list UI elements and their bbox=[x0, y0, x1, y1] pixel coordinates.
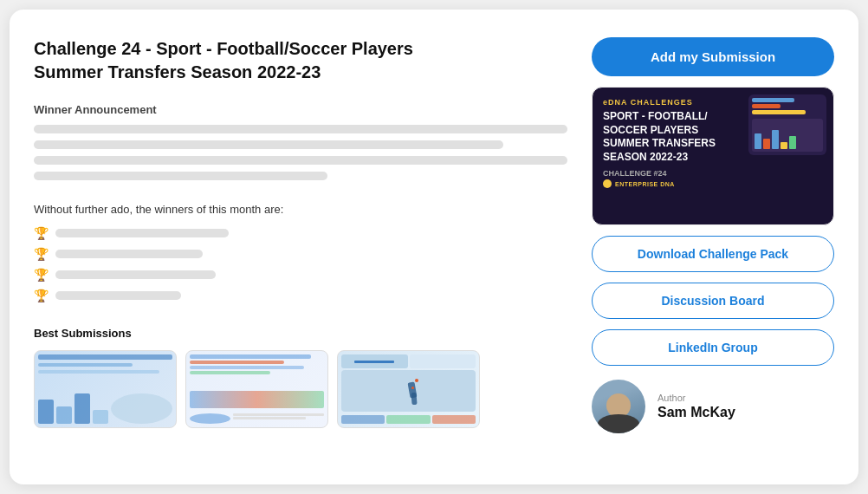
visual-row bbox=[752, 98, 823, 102]
winner-row: 🏆 bbox=[34, 226, 567, 240]
challenge-card: eDNA CHALLENGES SPORT - FOOTBALL/ SOCCER… bbox=[592, 87, 834, 225]
thumb-inner bbox=[35, 351, 176, 427]
best-submissions-title: Best Submissions bbox=[34, 327, 567, 340]
thumb-content bbox=[186, 351, 327, 427]
winner-row: 🏆 bbox=[34, 268, 567, 282]
thumb-bar-el bbox=[38, 400, 54, 424]
thumb-bar-el bbox=[74, 393, 90, 424]
author-info: Author Sam McKay bbox=[657, 393, 735, 420]
thumb-mini bbox=[190, 413, 230, 424]
download-challenge-pack-button[interactable]: Download Challenge Pack bbox=[592, 236, 834, 272]
trophy-icon: 🏆 bbox=[34, 289, 49, 302]
visual-chart bbox=[752, 119, 823, 152]
linkedin-group-button[interactable]: LinkedIn Group bbox=[592, 329, 834, 366]
challenge-card-title: SPORT - FOOTBALL/ SOCCER PLAYERS SUMMER … bbox=[603, 110, 730, 164]
winner-bar bbox=[55, 250, 203, 258]
challenge-card-visual bbox=[748, 94, 826, 155]
thumb-gradient-bar bbox=[190, 391, 324, 408]
right-panel: Add my Submission eDNA CHALLENGES SPORT … bbox=[592, 37, 834, 457]
main-card: Challenge 24 - Sport - Football/Soccer P… bbox=[10, 10, 858, 484]
skeleton-line bbox=[34, 140, 503, 149]
avatar bbox=[592, 380, 645, 433]
visual-bar bbox=[752, 98, 794, 102]
map-dot bbox=[415, 379, 418, 382]
thumb-inner bbox=[338, 351, 479, 427]
visual-bar bbox=[752, 104, 781, 108]
thumb-mini-bars bbox=[233, 413, 325, 424]
thumb-stat bbox=[410, 354, 476, 368]
visual-chart-bar bbox=[772, 130, 779, 149]
add-submission-button[interactable]: Add my Submission bbox=[592, 37, 834, 76]
avatar-face bbox=[592, 380, 645, 433]
best-submissions-section: Best Submissions bbox=[34, 327, 567, 428]
thumb-inner bbox=[186, 351, 327, 427]
trophy-icon: 🏆 bbox=[34, 247, 49, 261]
thumb-circle bbox=[111, 393, 172, 424]
thumb-row bbox=[190, 361, 284, 364]
skeleton-lines-group bbox=[34, 125, 567, 187]
winner-row: 🏆 bbox=[34, 289, 567, 302]
winner-bar bbox=[55, 291, 181, 300]
thumb-content bbox=[35, 351, 176, 374]
thumb-bottom-bar bbox=[432, 415, 476, 424]
thumb-chart-area bbox=[190, 376, 324, 408]
skeleton-line bbox=[34, 172, 327, 180]
challenge-card-brand: ENTERPRISE DNA bbox=[603, 179, 823, 188]
thumb-bar bbox=[38, 354, 172, 360]
thumb-bottom-row bbox=[190, 413, 324, 424]
winner-bar bbox=[55, 229, 229, 237]
author-label: Author bbox=[657, 393, 735, 403]
thumb-row bbox=[190, 354, 311, 359]
visual-chart-bar bbox=[763, 139, 770, 149]
skeleton-line bbox=[34, 156, 567, 165]
thumb-bottom-bar bbox=[341, 415, 385, 424]
thumb-row bbox=[190, 366, 304, 369]
visual-chart-bar bbox=[781, 142, 787, 149]
thumb-map bbox=[341, 370, 476, 412]
submission-thumb-2 bbox=[185, 350, 328, 428]
visual-row bbox=[752, 110, 823, 114]
thumb-row bbox=[190, 371, 270, 374]
thumb-mini-bar bbox=[233, 417, 306, 419]
map-dot bbox=[411, 387, 414, 389]
thumb-bar-el bbox=[56, 406, 72, 424]
thumb-mini-bar bbox=[233, 413, 325, 416]
left-panel: Challenge 24 - Sport - Football/Soccer P… bbox=[34, 37, 567, 457]
thumb-bar-el bbox=[93, 410, 108, 424]
discussion-board-button[interactable]: Discussion Board bbox=[592, 283, 834, 319]
map-shape bbox=[411, 393, 417, 405]
avatar-body bbox=[598, 414, 639, 433]
skeleton-line bbox=[34, 125, 567, 133]
visual-chart-bar bbox=[755, 133, 761, 149]
winner-bar bbox=[55, 270, 216, 279]
thumb-bottom bbox=[341, 415, 476, 424]
winners-section: Without further ado, the winners of this… bbox=[34, 203, 567, 309]
thumb-content bbox=[338, 351, 479, 427]
thumb-bar bbox=[38, 363, 133, 367]
winner-announcement-label: Winner Announcement bbox=[34, 103, 567, 116]
submission-thumb-1 bbox=[34, 350, 177, 428]
author-name: Sam McKay bbox=[657, 405, 735, 420]
thumb-stat bbox=[341, 354, 408, 368]
thumb-stat-bar bbox=[354, 361, 394, 363]
trophy-icon: 🏆 bbox=[34, 226, 49, 240]
winners-text: Without further ado, the winners of this… bbox=[34, 203, 567, 216]
visual-row bbox=[752, 104, 823, 108]
visual-screen bbox=[748, 94, 826, 155]
page-title: Challenge 24 - Sport - Football/Soccer P… bbox=[34, 37, 567, 84]
brand-dot bbox=[603, 179, 612, 188]
trophy-icon: 🏆 bbox=[34, 268, 49, 282]
thumb-top-row bbox=[341, 354, 476, 368]
thumb-bottom-bar bbox=[386, 415, 430, 424]
challenge-card-num: CHALLENGE #24 bbox=[603, 169, 823, 178]
thumb-bar bbox=[38, 370, 159, 374]
thumb-charts bbox=[35, 374, 176, 427]
submission-thumb-3 bbox=[337, 350, 480, 428]
visual-bar bbox=[752, 110, 806, 114]
brand-text: ENTERPRISE DNA bbox=[615, 181, 675, 187]
visual-chart-bar bbox=[789, 136, 796, 149]
submission-thumbs bbox=[34, 350, 567, 428]
winner-row: 🏆 bbox=[34, 247, 567, 261]
author-section: Author Sam McKay bbox=[592, 380, 834, 433]
